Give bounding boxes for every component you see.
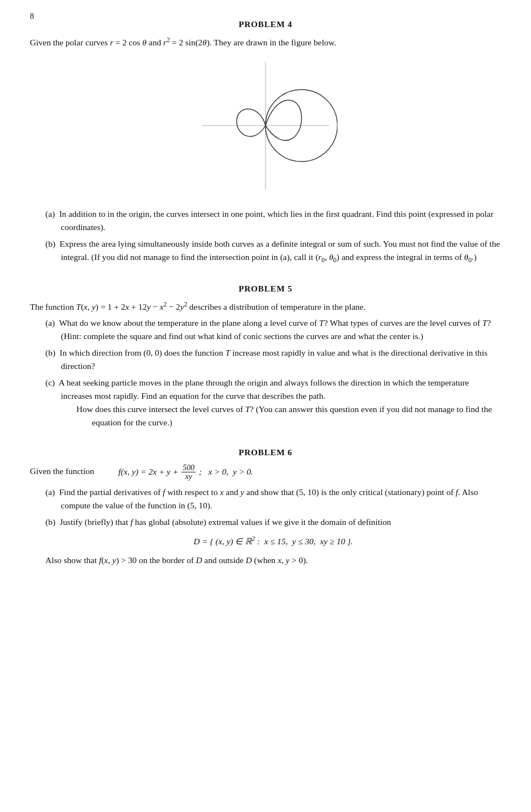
- problem-6-formula: f(x, y) = 2x + y + 500 xy ; x > 0, y > 0…: [118, 464, 253, 481]
- given-function-line: Given the function f(x, y) = 2x + y + 50…: [30, 464, 501, 481]
- part-a-label: (a): [45, 209, 55, 218]
- problem-5-part-c: (c) A heat seeking particle moves in the…: [45, 376, 501, 429]
- problem-5-intro: The function T(x, y) = 1 + 2x + 12y − x2…: [30, 300, 501, 314]
- problem-5-part-a: (a) What do we know about the temperatur…: [45, 316, 501, 343]
- problem-5-part-c-continuation: How does this curve intersect the level …: [92, 403, 501, 429]
- problem-6-part-a: (a) Find the partial derivatives of f wi…: [45, 486, 501, 512]
- problem-6-also: Also show that f(x, y) > 30 on the borde…: [61, 554, 501, 567]
- problem-5: PROBLEM 5 The function T(x, y) = 1 + 2x …: [30, 282, 501, 429]
- part-c-label-p5: (c): [45, 378, 55, 387]
- problem-5-title: PROBLEM 5: [30, 282, 501, 295]
- problem-5-part-b: (b) In which direction from (0, 0) does …: [45, 346, 501, 373]
- part-b-label-p6: (b): [45, 517, 55, 527]
- problem-4-part-b: (b) Express the area lying simultaneousl…: [45, 237, 501, 266]
- problem-4: PROBLEM 4 Given the polar curves r = 2 c…: [30, 18, 501, 266]
- given-label: Given the function: [30, 465, 102, 478]
- problem-4-part-a: (a) In addition to in the origin, the cu…: [45, 207, 501, 234]
- problem-4-intro: Given the polar curves r = 2 cos θ and r…: [30, 35, 501, 49]
- part-b-label-p5: (b): [45, 348, 55, 357]
- problem-6: PROBLEM 6 Given the function f(x, y) = 2…: [30, 446, 501, 568]
- part-a-label-p6: (a): [45, 487, 55, 497]
- domain-definition: D = { (x, y) ∈ ℝ2 : x ≤ 15, y ≤ 30, xy ≥…: [61, 534, 501, 548]
- polar-curves-figure-accurate: [30, 59, 501, 197]
- page-number: 8: [30, 10, 34, 23]
- problem-4-title: PROBLEM 4: [30, 18, 501, 31]
- problem-6-part-b: (b) Justify (briefly) that f has global …: [45, 516, 501, 567]
- part-b-label: (b): [45, 239, 55, 248]
- problem-6-title: PROBLEM 6: [30, 446, 501, 459]
- part-a-label-p5: (a): [45, 318, 55, 327]
